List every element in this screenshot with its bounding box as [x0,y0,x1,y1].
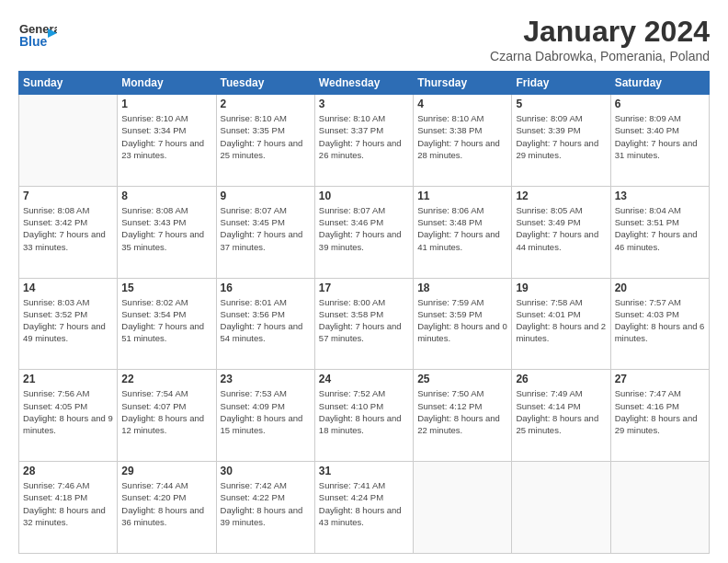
day-info: Sunrise: 8:10 AMSunset: 3:37 PMDaylight:… [319,113,402,160]
day-info: Sunrise: 8:09 AMSunset: 3:40 PMDaylight:… [615,113,698,160]
weekday-header: Friday [512,72,610,95]
day-info: Sunrise: 7:49 AMSunset: 4:14 PMDaylight:… [516,388,598,435]
calendar-cell: 1 Sunrise: 8:10 AMSunset: 3:34 PMDayligh… [118,95,216,187]
day-number: 30 [221,465,311,477]
calendar-cell: 7 Sunrise: 8:08 AMSunset: 3:42 PMDayligh… [19,186,118,278]
logo-icon: General Blue [18,15,57,53]
day-info: Sunrise: 7:52 AMSunset: 4:10 PMDaylight:… [319,388,402,435]
day-number: 1 [121,98,211,110]
svg-text:Blue: Blue [19,34,48,49]
day-number: 10 [319,190,409,202]
calendar-cell: 22 Sunrise: 7:54 AMSunset: 4:07 PMDaylig… [118,370,216,462]
calendar-cell: 30 Sunrise: 7:42 AMSunset: 4:22 PMDaylig… [216,462,314,554]
calendar-cell [512,462,610,554]
calendar-cell: 11 Sunrise: 8:06 AMSunset: 3:48 PMDaylig… [414,186,512,278]
day-number: 31 [319,465,409,477]
day-number: 4 [417,98,507,110]
calendar-cell: 16 Sunrise: 8:01 AMSunset: 3:56 PMDaylig… [216,278,314,370]
weekday-header: Sunday [19,72,118,95]
day-number: 18 [417,282,507,294]
day-info: Sunrise: 7:56 AMSunset: 4:05 PMDaylight:… [23,388,113,435]
calendar-cell: 6 Sunrise: 8:09 AMSunset: 3:40 PMDayligh… [610,95,709,187]
calendar-cell: 3 Sunrise: 8:10 AMSunset: 3:37 PMDayligh… [314,95,413,187]
day-info: Sunrise: 7:50 AMSunset: 4:12 PMDaylight:… [417,388,500,435]
day-number: 17 [319,282,409,294]
calendar-cell: 17 Sunrise: 8:00 AMSunset: 3:58 PMDaylig… [314,278,413,370]
calendar-cell: 2 Sunrise: 8:10 AMSunset: 3:35 PMDayligh… [216,95,314,187]
weekday-header: Thursday [414,72,512,95]
day-info: Sunrise: 8:02 AMSunset: 3:54 PMDaylight:… [121,297,204,344]
day-info: Sunrise: 8:07 AMSunset: 3:45 PMDaylight:… [221,205,303,252]
calendar-cell: 8 Sunrise: 8:08 AMSunset: 3:43 PMDayligh… [118,186,216,278]
day-number: 28 [23,465,113,477]
day-info: Sunrise: 7:47 AMSunset: 4:16 PMDaylight:… [615,388,698,435]
day-info: Sunrise: 8:04 AMSunset: 3:51 PMDaylight:… [615,205,698,252]
day-number: 6 [615,98,705,110]
day-number: 13 [615,190,705,202]
calendar-week-row: 7 Sunrise: 8:08 AMSunset: 3:42 PMDayligh… [19,186,710,278]
calendar-cell [19,95,118,187]
day-info: Sunrise: 7:53 AMSunset: 4:09 PMDaylight:… [221,388,303,435]
day-number: 7 [23,190,113,202]
day-number: 5 [516,98,606,110]
day-number: 8 [121,190,211,202]
calendar-cell: 21 Sunrise: 7:56 AMSunset: 4:05 PMDaylig… [19,370,118,462]
calendar-cell: 9 Sunrise: 8:07 AMSunset: 3:45 PMDayligh… [216,186,314,278]
calendar-cell: 19 Sunrise: 7:58 AMSunset: 4:01 PMDaylig… [512,278,610,370]
day-number: 15 [121,282,211,294]
day-number: 19 [516,282,606,294]
day-info: Sunrise: 7:42 AMSunset: 4:22 PMDaylight:… [221,480,303,527]
weekday-header: Tuesday [216,72,314,95]
calendar-cell: 31 Sunrise: 7:41 AMSunset: 4:24 PMDaylig… [314,462,413,554]
calendar-cell: 15 Sunrise: 8:02 AMSunset: 3:54 PMDaylig… [118,278,216,370]
day-number: 11 [417,190,507,202]
day-number: 23 [221,373,311,385]
day-number: 12 [516,190,606,202]
day-info: Sunrise: 8:01 AMSunset: 3:56 PMDaylight:… [221,297,303,344]
day-info: Sunrise: 8:05 AMSunset: 3:49 PMDaylight:… [516,205,598,252]
day-number: 9 [221,190,311,202]
day-number: 25 [417,373,507,385]
weekday-header: Wednesday [314,72,413,95]
day-number: 3 [319,98,409,110]
calendar-week-row: 21 Sunrise: 7:56 AMSunset: 4:05 PMDaylig… [19,370,710,462]
day-info: Sunrise: 8:10 AMSunset: 3:38 PMDaylight:… [417,113,500,160]
day-info: Sunrise: 8:09 AMSunset: 3:39 PMDaylight:… [516,113,598,160]
day-info: Sunrise: 8:07 AMSunset: 3:46 PMDaylight:… [319,205,402,252]
day-number: 2 [221,98,311,110]
day-number: 20 [615,282,705,294]
calendar-cell: 14 Sunrise: 8:03 AMSunset: 3:52 PMDaylig… [19,278,118,370]
calendar-cell: 20 Sunrise: 7:57 AMSunset: 4:03 PMDaylig… [610,278,709,370]
day-info: Sunrise: 7:57 AMSunset: 4:03 PMDaylight:… [615,297,705,344]
calendar-cell [610,462,709,554]
calendar-cell: 13 Sunrise: 8:04 AMSunset: 3:51 PMDaylig… [610,186,709,278]
weekday-header: Saturday [610,72,709,95]
calendar-cell: 28 Sunrise: 7:46 AMSunset: 4:18 PMDaylig… [19,462,118,554]
day-number: 24 [319,373,409,385]
calendar-cell: 27 Sunrise: 7:47 AMSunset: 4:16 PMDaylig… [610,370,709,462]
subtitle: Czarna Dabrowka, Pomerania, Poland [490,49,710,63]
calendar-cell: 25 Sunrise: 7:50 AMSunset: 4:12 PMDaylig… [414,370,512,462]
page: General Blue January 2024 Czarna Dabrowk… [0,0,728,563]
calendar-cell: 4 Sunrise: 8:10 AMSunset: 3:38 PMDayligh… [414,95,512,187]
logo: General Blue [18,15,57,53]
day-number: 16 [221,282,311,294]
weekday-header-row: SundayMondayTuesdayWednesdayThursdayFrid… [19,72,710,95]
day-number: 21 [23,373,113,385]
calendar-cell [414,462,512,554]
title-block: January 2024 Czarna Dabrowka, Pomerania,… [490,15,710,63]
calendar-cell: 26 Sunrise: 7:49 AMSunset: 4:14 PMDaylig… [512,370,610,462]
day-number: 27 [615,373,705,385]
header: General Blue January 2024 Czarna Dabrowk… [18,15,710,63]
day-info: Sunrise: 8:10 AMSunset: 3:35 PMDaylight:… [221,113,303,160]
calendar-table: SundayMondayTuesdayWednesdayThursdayFrid… [18,71,710,554]
day-info: Sunrise: 7:54 AMSunset: 4:07 PMDaylight:… [121,388,204,435]
calendar-week-row: 14 Sunrise: 8:03 AMSunset: 3:52 PMDaylig… [19,278,710,370]
day-info: Sunrise: 7:58 AMSunset: 4:01 PMDaylight:… [516,297,606,344]
day-number: 14 [23,282,113,294]
day-info: Sunrise: 7:46 AMSunset: 4:18 PMDaylight:… [23,480,106,527]
calendar-week-row: 28 Sunrise: 7:46 AMSunset: 4:18 PMDaylig… [19,462,710,554]
calendar-cell: 12 Sunrise: 8:05 AMSunset: 3:49 PMDaylig… [512,186,610,278]
day-info: Sunrise: 7:41 AMSunset: 4:24 PMDaylight:… [319,480,402,527]
day-info: Sunrise: 7:59 AMSunset: 3:59 PMDaylight:… [417,297,507,344]
